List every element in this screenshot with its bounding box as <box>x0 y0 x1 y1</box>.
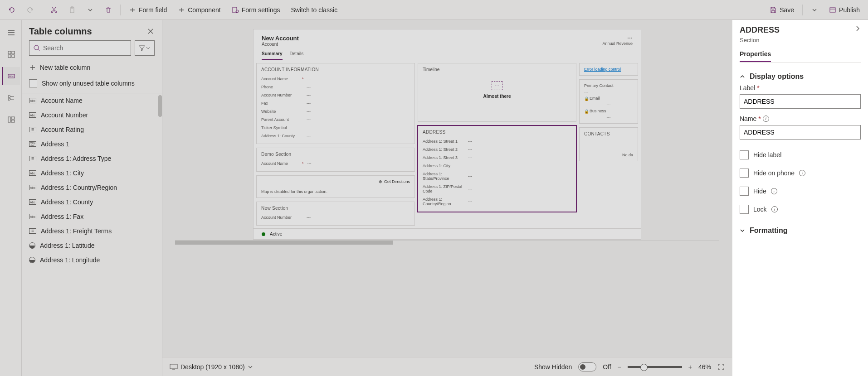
column-item[interactable]: AbcAccount Number <box>22 108 162 122</box>
column-item[interactable]: AbcAddress 1: County <box>22 195 162 209</box>
hide-on-phone-row[interactable]: Hide on phone i <box>740 164 861 182</box>
column-item[interactable]: AbcAddress 1: Fax <box>22 209 162 224</box>
paste-button[interactable] <box>64 3 80 17</box>
form-field-row[interactable]: Ticker Symbol--- <box>261 124 410 132</box>
form-field-row[interactable]: Address 1: State/Province--- <box>423 170 571 183</box>
section-demo[interactable]: Demo Section Account Name*--- <box>256 148 415 172</box>
expand-panel-button[interactable] <box>854 25 861 32</box>
column-item[interactable]: AbcAddress 1: City <box>22 166 162 180</box>
delete-button[interactable] <box>100 3 117 17</box>
filter-button[interactable] <box>135 40 155 56</box>
save-label: Save <box>780 6 794 14</box>
header-menu-dots[interactable]: ⋯ <box>602 35 633 41</box>
section-primary-contact[interactable]: Primary Contact --- 🔒Email --- 🔒Business… <box>579 79 638 124</box>
new-table-column-button[interactable]: New table column <box>22 59 162 76</box>
hide-row[interactable]: Hide i <box>740 182 861 200</box>
zoom-out-button[interactable]: − <box>618 363 621 371</box>
form-field-row[interactable]: Account Number--- <box>261 213 410 222</box>
section-new[interactable]: New Section Account Number--- <box>256 202 415 226</box>
zoom-slider[interactable] <box>628 366 682 368</box>
form-settings-button[interactable]: Form settings <box>227 3 285 17</box>
hide-on-phone-checkbox[interactable] <box>740 169 749 178</box>
column-item[interactable]: AbcAddress 1: Country/Region <box>22 180 162 195</box>
form-field-row[interactable]: Address 1: Country/Region--- <box>423 195 571 208</box>
form-field-row[interactable]: Fax--- <box>261 99 410 107</box>
info-icon[interactable]: i <box>799 170 805 176</box>
viewport-selector[interactable]: Desktop (1920 x 1080) <box>170 363 253 371</box>
info-icon[interactable]: i <box>771 188 777 194</box>
undo-button[interactable] <box>4 3 20 17</box>
section-timeline[interactable]: Timeline ⋯ Almost there <box>418 63 576 122</box>
rail-library[interactable] <box>2 111 20 129</box>
fit-to-screen-button[interactable] <box>717 363 725 371</box>
lock-checkbox[interactable] <box>740 205 749 214</box>
publish-button[interactable]: Publish <box>824 3 864 17</box>
form-field-row[interactable]: Address 1: Street 1--- <box>423 137 571 145</box>
lock-row[interactable]: Lock i <box>740 200 861 218</box>
rail-hamburger[interactable] <box>2 24 20 42</box>
show-unused-checkbox-row[interactable]: Show only unused table columns <box>22 76 162 93</box>
redo-button[interactable] <box>22 3 38 17</box>
hide-label-row[interactable]: Hide label <box>740 146 861 164</box>
search-input-wrapper[interactable] <box>29 40 131 56</box>
hide-checkbox[interactable] <box>740 187 749 196</box>
section-contacts[interactable]: CONTACTS No da <box>579 127 638 161</box>
form-field-row[interactable]: Parent Account--- <box>261 116 410 124</box>
scrollbar-thumb[interactable] <box>158 95 162 117</box>
form-field-row[interactable]: Address 1: Street 2--- <box>423 145 571 154</box>
label-input[interactable] <box>740 94 861 109</box>
form-field-row[interactable]: Address 1: Street 3--- <box>423 154 571 162</box>
paste-dropdown[interactable] <box>82 3 98 17</box>
rail-columns[interactable]: Abc <box>2 67 20 85</box>
form-field-row[interactable]: Address 1: County--- <box>261 132 410 140</box>
column-item[interactable]: Address 1: Latitude <box>22 238 162 253</box>
save-dropdown[interactable] <box>806 3 823 17</box>
rail-components[interactable] <box>2 45 20 63</box>
rail-tree[interactable] <box>2 89 20 107</box>
tab-details[interactable]: Details <box>290 51 304 60</box>
column-item[interactable]: AbcdefAddress 1 <box>22 137 162 151</box>
form-field-row[interactable]: Phone--- <box>261 83 410 91</box>
column-item[interactable]: ☰Address 1: Freight Terms <box>22 224 162 238</box>
show-unused-checkbox[interactable] <box>29 79 37 87</box>
top-toolbar: Form field Component Form settings Switc… <box>0 0 868 20</box>
tab-summary[interactable]: Summary <box>262 51 283 60</box>
display-options-accordion[interactable]: Display options <box>740 69 861 84</box>
error-loading-control-link[interactable]: Error loading control <box>584 67 633 72</box>
column-item[interactable]: ☰Address 1: Address Type <box>22 151 162 166</box>
cut-button[interactable] <box>46 3 62 17</box>
close-panel-button[interactable] <box>147 28 155 35</box>
zoom-in-button[interactable]: + <box>688 363 692 371</box>
target-icon: ⊕ <box>379 179 382 184</box>
info-icon[interactable]: i <box>763 116 769 122</box>
form-field-row[interactable]: Account Number--- <box>261 91 410 99</box>
form-field-row[interactable]: Address 1: ZIP/Postal Code--- <box>423 183 571 195</box>
form-canvas[interactable]: New Account Account ⋯ Annual Revenue Sum… <box>253 29 641 240</box>
form-field-button[interactable]: Form field <box>124 3 171 17</box>
column-item[interactable]: ☰Account Rating <box>22 122 162 137</box>
show-hidden-toggle[interactable] <box>578 362 596 371</box>
save-button[interactable]: Save <box>765 3 799 17</box>
columns-list[interactable]: AbcAccount NameAbcAccount Number☰Account… <box>22 93 162 376</box>
canvas-h-scrollbar[interactable] <box>169 240 726 245</box>
section-right-1[interactable]: Error loading control <box>579 63 638 76</box>
hide-label-checkbox[interactable] <box>740 150 749 159</box>
search-input[interactable] <box>43 44 127 52</box>
component-button[interactable]: Component <box>173 3 225 17</box>
form-subtitle: Account <box>262 42 299 47</box>
column-item[interactable]: AbcAccount Name <box>22 93 162 108</box>
section-address[interactable]: ADDRESS Address 1: Street 1---Address 1:… <box>418 125 576 212</box>
get-directions-link[interactable]: ⊕Get Directions <box>379 179 410 184</box>
form-field-row[interactable]: Account Name*--- <box>261 75 410 83</box>
info-icon[interactable]: i <box>771 206 778 212</box>
formatting-accordion[interactable]: Formatting <box>740 223 861 238</box>
tab-properties[interactable]: Properties <box>740 50 771 62</box>
form-field-row[interactable]: Address 1: City--- <box>423 162 571 170</box>
name-input[interactable] <box>740 125 861 140</box>
section-map[interactable]: ⊕Get Directions Map is disabled for this… <box>256 175 415 198</box>
form-field-row[interactable]: Website--- <box>261 107 410 116</box>
column-item[interactable]: Address 1: Longitude <box>22 253 162 267</box>
switch-classic-button[interactable]: Switch to classic <box>286 3 342 17</box>
section-account-information[interactable]: ACCOUNT INFORMATION Account Name*---Phon… <box>256 63 415 144</box>
form-field-row[interactable]: Account Name*--- <box>261 159 410 168</box>
